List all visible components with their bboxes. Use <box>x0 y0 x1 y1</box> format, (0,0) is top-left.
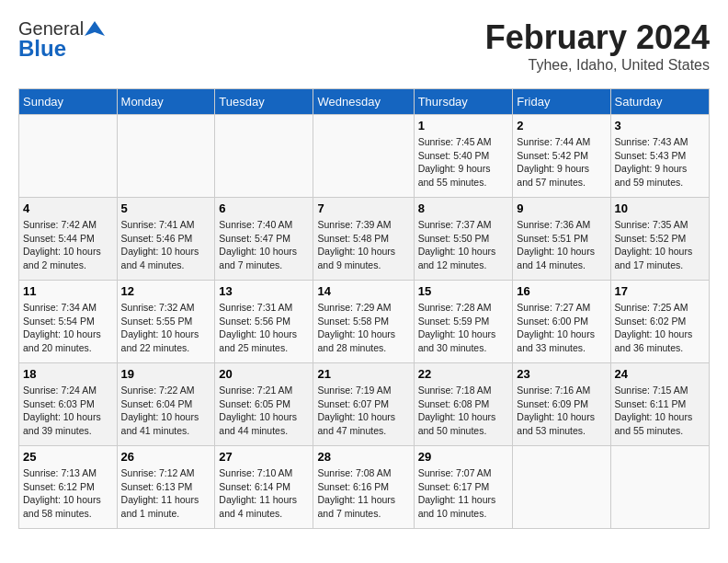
day-info: Sunrise: 7:25 AM Sunset: 6:02 PM Dayligh… <box>615 301 705 355</box>
logo-bird-icon <box>85 19 105 40</box>
calendar-cell: 2Sunrise: 7:44 AM Sunset: 5:42 PM Daylig… <box>513 115 610 198</box>
day-number: 20 <box>219 367 309 381</box>
calendar-cell: 18Sunrise: 7:24 AM Sunset: 6:03 PM Dayli… <box>19 363 118 446</box>
weekday-header-friday: Friday <box>513 89 610 115</box>
day-info: Sunrise: 7:28 AM Sunset: 5:59 PM Dayligh… <box>418 301 509 355</box>
calendar-cell: 23Sunrise: 7:16 AM Sunset: 6:09 PM Dayli… <box>513 363 610 446</box>
day-info: Sunrise: 7:12 AM Sunset: 6:13 PM Dayligh… <box>121 466 211 521</box>
day-number: 23 <box>517 367 606 381</box>
day-info: Sunrise: 7:45 AM Sunset: 5:40 PM Dayligh… <box>418 135 509 190</box>
calendar-week-row: 18Sunrise: 7:24 AM Sunset: 6:03 PM Dayli… <box>19 363 710 446</box>
weekday-header-thursday: Thursday <box>414 89 513 115</box>
day-info: Sunrise: 7:08 AM Sunset: 6:16 PM Dayligh… <box>317 466 409 521</box>
day-info: Sunrise: 7:32 AM Sunset: 5:55 PM Dayligh… <box>121 301 211 355</box>
calendar-week-row: 25Sunrise: 7:13 AM Sunset: 6:12 PM Dayli… <box>19 446 710 529</box>
day-info: Sunrise: 7:13 AM Sunset: 6:12 PM Dayligh… <box>23 466 113 521</box>
calendar-week-row: 4Sunrise: 7:42 AM Sunset: 5:44 PM Daylig… <box>19 198 710 281</box>
day-number: 17 <box>615 284 705 298</box>
day-number: 18 <box>23 367 113 381</box>
day-number: 11 <box>23 284 113 298</box>
calendar-week-row: 11Sunrise: 7:34 AM Sunset: 5:54 PM Dayli… <box>19 281 710 363</box>
day-number: 22 <box>418 367 509 381</box>
day-number: 9 <box>517 201 606 215</box>
day-number: 1 <box>418 119 509 132</box>
day-number: 26 <box>121 450 211 464</box>
day-info: Sunrise: 7:24 AM Sunset: 6:03 PM Dayligh… <box>23 384 113 438</box>
month-year-title: February 2024 <box>485 18 710 57</box>
calendar-cell: 17Sunrise: 7:25 AM Sunset: 6:02 PM Dayli… <box>610 281 709 363</box>
day-number: 16 <box>517 284 606 298</box>
calendar-cell <box>117 115 215 198</box>
calendar-cell: 21Sunrise: 7:19 AM Sunset: 6:07 PM Dayli… <box>313 363 414 446</box>
day-number: 12 <box>121 284 211 298</box>
calendar-cell <box>610 446 709 529</box>
calendar-cell: 13Sunrise: 7:31 AM Sunset: 5:56 PM Dayli… <box>215 281 313 363</box>
day-number: 21 <box>317 367 409 381</box>
day-number: 6 <box>219 201 309 215</box>
calendar-cell: 28Sunrise: 7:08 AM Sunset: 6:16 PM Dayli… <box>313 446 414 529</box>
day-info: Sunrise: 7:10 AM Sunset: 6:14 PM Dayligh… <box>219 466 309 521</box>
calendar-cell: 24Sunrise: 7:15 AM Sunset: 6:11 PM Dayli… <box>610 363 709 446</box>
calendar-cell: 7Sunrise: 7:39 AM Sunset: 5:48 PM Daylig… <box>313 198 414 281</box>
calendar-cell: 15Sunrise: 7:28 AM Sunset: 5:59 PM Dayli… <box>414 281 513 363</box>
day-info: Sunrise: 7:27 AM Sunset: 6:00 PM Dayligh… <box>517 301 606 355</box>
calendar-cell: 14Sunrise: 7:29 AM Sunset: 5:58 PM Dayli… <box>313 281 414 363</box>
day-info: Sunrise: 7:44 AM Sunset: 5:42 PM Dayligh… <box>517 135 606 190</box>
day-info: Sunrise: 7:07 AM Sunset: 6:17 PM Dayligh… <box>418 466 509 521</box>
day-info: Sunrise: 7:40 AM Sunset: 5:47 PM Dayligh… <box>219 218 309 272</box>
day-info: Sunrise: 7:37 AM Sunset: 5:50 PM Dayligh… <box>418 218 509 272</box>
logo: General Blue <box>18 18 105 62</box>
day-number: 7 <box>317 201 409 215</box>
calendar-cell: 8Sunrise: 7:37 AM Sunset: 5:50 PM Daylig… <box>414 198 513 281</box>
day-info: Sunrise: 7:16 AM Sunset: 6:09 PM Dayligh… <box>517 384 606 438</box>
day-number: 13 <box>219 284 309 298</box>
day-number: 5 <box>121 201 211 215</box>
day-number: 8 <box>418 201 509 215</box>
day-number: 28 <box>317 450 409 464</box>
calendar-cell: 12Sunrise: 7:32 AM Sunset: 5:55 PM Dayli… <box>117 281 215 363</box>
calendar-cell <box>513 446 610 529</box>
weekday-header-monday: Monday <box>117 89 215 115</box>
weekday-header-sunday: Sunday <box>19 89 118 115</box>
day-number: 2 <box>517 119 606 132</box>
svg-marker-0 <box>85 21 105 36</box>
calendar-cell: 19Sunrise: 7:22 AM Sunset: 6:04 PM Dayli… <box>117 363 215 446</box>
day-number: 24 <box>615 367 705 381</box>
day-number: 15 <box>418 284 509 298</box>
day-info: Sunrise: 7:42 AM Sunset: 5:44 PM Dayligh… <box>23 218 113 272</box>
day-info: Sunrise: 7:31 AM Sunset: 5:56 PM Dayligh… <box>219 301 309 355</box>
day-info: Sunrise: 7:29 AM Sunset: 5:58 PM Dayligh… <box>317 301 409 355</box>
calendar-cell: 1Sunrise: 7:45 AM Sunset: 5:40 PM Daylig… <box>414 115 513 198</box>
calendar-cell <box>19 115 118 198</box>
day-number: 14 <box>317 284 409 298</box>
day-number: 10 <box>615 201 705 215</box>
day-info: Sunrise: 7:18 AM Sunset: 6:08 PM Dayligh… <box>418 384 509 438</box>
day-info: Sunrise: 7:36 AM Sunset: 5:51 PM Dayligh… <box>517 218 606 272</box>
calendar-cell: 3Sunrise: 7:43 AM Sunset: 5:43 PM Daylig… <box>610 115 709 198</box>
day-number: 27 <box>219 450 309 464</box>
calendar-cell: 5Sunrise: 7:41 AM Sunset: 5:46 PM Daylig… <box>117 198 215 281</box>
calendar-cell: 25Sunrise: 7:13 AM Sunset: 6:12 PM Dayli… <box>19 446 118 529</box>
calendar-cell: 26Sunrise: 7:12 AM Sunset: 6:13 PM Dayli… <box>117 446 215 529</box>
day-number: 19 <box>121 367 211 381</box>
weekday-header-wednesday: Wednesday <box>313 89 414 115</box>
calendar-cell <box>215 115 313 198</box>
weekday-header-saturday: Saturday <box>610 89 709 115</box>
calendar-cell: 29Sunrise: 7:07 AM Sunset: 6:17 PM Dayli… <box>414 446 513 529</box>
calendar-cell: 9Sunrise: 7:36 AM Sunset: 5:51 PM Daylig… <box>513 198 610 281</box>
calendar-cell: 10Sunrise: 7:35 AM Sunset: 5:52 PM Dayli… <box>610 198 709 281</box>
day-info: Sunrise: 7:34 AM Sunset: 5:54 PM Dayligh… <box>23 301 113 355</box>
day-number: 25 <box>23 450 113 464</box>
calendar-cell: 27Sunrise: 7:10 AM Sunset: 6:14 PM Dayli… <box>215 446 313 529</box>
day-info: Sunrise: 7:43 AM Sunset: 5:43 PM Dayligh… <box>615 135 705 190</box>
calendar-cell: 22Sunrise: 7:18 AM Sunset: 6:08 PM Dayli… <box>414 363 513 446</box>
day-info: Sunrise: 7:22 AM Sunset: 6:04 PM Dayligh… <box>121 384 211 438</box>
calendar-week-row: 1Sunrise: 7:45 AM Sunset: 5:40 PM Daylig… <box>19 115 710 198</box>
location-text: Tyhee, Idaho, United States <box>485 57 710 74</box>
calendar-cell: 20Sunrise: 7:21 AM Sunset: 6:05 PM Dayli… <box>215 363 313 446</box>
calendar-cell: 4Sunrise: 7:42 AM Sunset: 5:44 PM Daylig… <box>19 198 118 281</box>
calendar-cell <box>313 115 414 198</box>
page-header: General Blue February 2024 Tyhee, Idaho,… <box>18 18 710 74</box>
calendar-cell: 11Sunrise: 7:34 AM Sunset: 5:54 PM Dayli… <box>19 281 118 363</box>
day-info: Sunrise: 7:39 AM Sunset: 5:48 PM Dayligh… <box>317 218 409 272</box>
